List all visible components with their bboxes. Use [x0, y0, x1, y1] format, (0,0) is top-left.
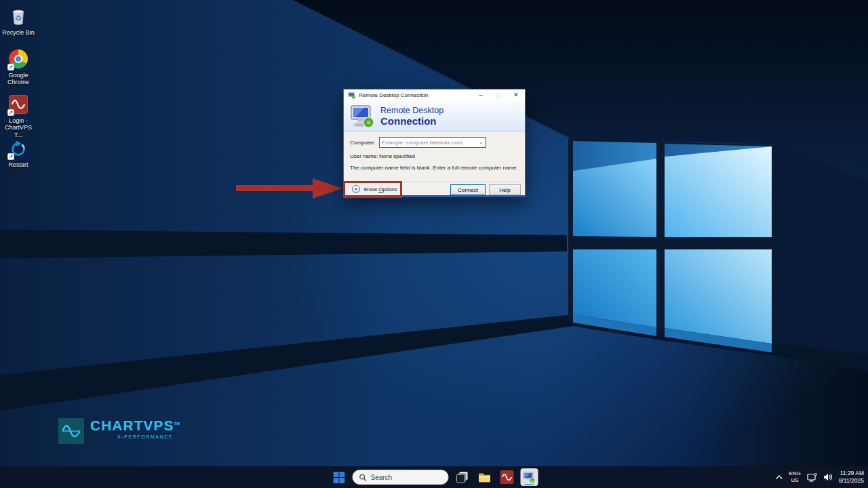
chartvps-app-button[interactable]	[498, 468, 516, 486]
watermark-tagline: X-PERFORMANCE	[90, 434, 180, 439]
help-button[interactable]: Help	[489, 184, 521, 195]
computer-label: Computer:	[350, 140, 375, 146]
username-value: None specified	[379, 153, 415, 159]
search-placeholder: Search	[371, 474, 393, 481]
computer-combobox[interactable]: Example: computer.fabrikam.com ⌄	[379, 137, 486, 148]
banner-line1: Remote Desktop	[380, 106, 443, 115]
clock[interactable]: 11:29 AM 8/11/2025	[839, 470, 864, 484]
remote-desktop-logo-icon: »	[349, 104, 376, 129]
start-button[interactable]	[330, 468, 348, 486]
windows-hero-wallpaper	[0, 0, 868, 488]
taskbar: Search	[0, 466, 868, 488]
desktop-icon-label: Login - ChartVPS T...	[0, 117, 37, 138]
desktop-icon-google-chrome[interactable]: ↗ Google Chrome	[0, 49, 37, 86]
watermark-brand: CHARTVPSTM	[90, 418, 180, 432]
warning-text: The computer name field is blank. Enter …	[350, 165, 521, 171]
username-label: User name:	[350, 153, 378, 159]
tray-chevron-up-icon[interactable]	[776, 475, 783, 479]
chartvps-login-icon: ↗	[8, 95, 28, 115]
dialog-banner: » Remote Desktop Connection	[344, 101, 525, 132]
language-indicator[interactable]: ENG US	[789, 470, 800, 483]
remote-desktop-app-icon: »	[523, 471, 536, 484]
red-arrow-icon	[313, 178, 342, 199]
connect-button[interactable]: Connect	[450, 184, 486, 195]
tray-time: 11:29 AM	[839, 470, 864, 477]
chartvps-watermark: CHARTVPSTM X-PERFORMANCE	[58, 418, 180, 444]
chrome-icon: ↗	[8, 49, 28, 70]
recycle-bin-icon: ♻	[8, 7, 28, 27]
dialog-titlebar[interactable]: » Remote Desktop Connection – ◻ ✕	[344, 89, 525, 101]
computer-placeholder: Example: computer.fabrikam.com	[382, 140, 462, 146]
rdc-window-icon: »	[348, 92, 355, 99]
windows-logo-icon	[333, 472, 344, 483]
red-arrow-tail	[236, 185, 313, 191]
file-explorer-button[interactable]	[476, 468, 494, 486]
svg-text:»: »	[367, 119, 371, 126]
chartvps-app-icon	[500, 470, 514, 484]
network-icon[interactable]	[807, 473, 817, 482]
dialog-title: Remote Desktop Connection	[359, 92, 428, 98]
folder-icon	[478, 470, 492, 484]
svg-text:♻: ♻	[15, 14, 22, 22]
shortcut-arrow-icon: ↗	[7, 153, 14, 160]
svg-text:»: »	[531, 478, 533, 482]
restart-icon: ↗	[8, 139, 28, 159]
desktop-icon-label: Google Chrome	[0, 72, 37, 86]
chevron-down-icon[interactable]: ⌄	[479, 140, 486, 145]
shortcut-arrow-icon: ↗	[7, 64, 14, 70]
remote-desktop-connection-dialog: » Remote Desktop Connection – ◻ ✕ » Remo…	[343, 89, 526, 197]
task-view-icon	[456, 471, 469, 483]
search-input[interactable]: Search	[353, 470, 449, 485]
desktop-icon-label: Restart	[0, 161, 37, 168]
maximize-button: ◻	[490, 89, 507, 101]
desktop: ♻ Recycle Bin ↗ Google Chrome ↗ Login - …	[0, 0, 868, 488]
desktop-icon-restart[interactable]: ↗ Restart	[0, 139, 37, 168]
volume-icon[interactable]	[823, 473, 833, 481]
chartvps-logo-icon	[58, 418, 84, 444]
task-view-button[interactable]	[454, 468, 471, 486]
tray-date: 8/11/2025	[839, 477, 864, 485]
remote-desktop-app-button[interactable]: »	[521, 468, 538, 486]
red-highlight-box	[343, 181, 402, 198]
active-app-indicator	[524, 484, 534, 486]
svg-text:»: »	[353, 96, 354, 98]
minimize-button[interactable]: –	[472, 89, 490, 101]
desktop-icon-label: Recycle Bin	[0, 29, 37, 36]
desktop-icon-recycle-bin[interactable]: ♻ Recycle Bin	[0, 7, 37, 36]
watermark-tm: TM	[174, 422, 180, 426]
desktop-icon-login-chartvps[interactable]: ↗ Login - ChartVPS T...	[0, 94, 37, 138]
search-icon	[359, 474, 367, 481]
banner-line2: Connection	[380, 115, 437, 127]
close-button[interactable]: ✕	[507, 89, 525, 101]
shortcut-arrow-icon: ↗	[7, 109, 14, 116]
